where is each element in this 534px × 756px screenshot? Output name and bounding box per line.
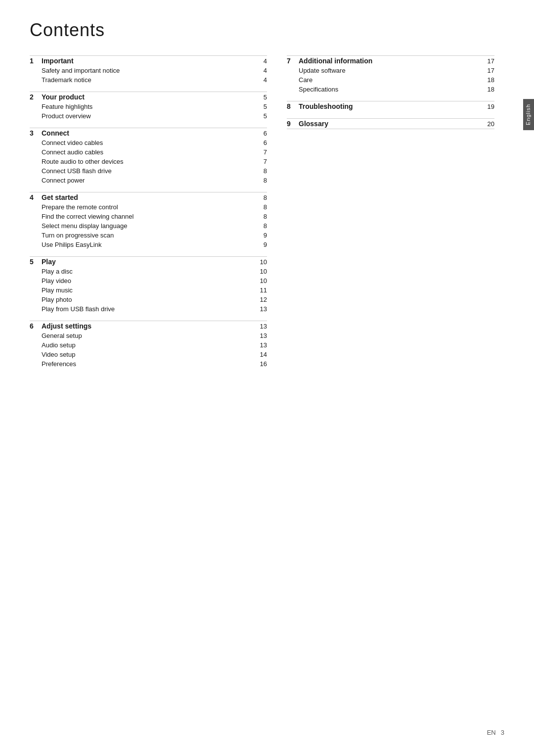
toc-row-7-3: Specifications 18 [287, 85, 494, 94]
toc-page-3-3: 7 [252, 158, 267, 165]
toc-sub-1-2: Trademark notice [42, 76, 252, 84]
toc-row-5-1: Play a disc 10 [30, 267, 267, 276]
toc-page-1-1: 4 [252, 67, 267, 74]
toc-row-6-2: Audio setup 13 [30, 340, 267, 350]
toc-row-2-1: Feature highlights 5 [30, 102, 267, 111]
toc-page-3-4: 8 [252, 167, 267, 175]
section-page-1: 4 [252, 57, 267, 65]
toc-section-9: 9 Glossary 20 [287, 119, 494, 129]
section-title-1: Important [42, 57, 252, 65]
toc-sub-5-4: Play photo [42, 296, 252, 303]
toc-sub-6-3: Video setup [42, 351, 252, 358]
toc-row-4-5: Use Philips EasyLink 9 [30, 240, 267, 249]
toc-row-5-3: Play music 11 [30, 285, 267, 295]
toc-sub-7-3: Specifications [299, 86, 480, 93]
section-number-8: 8 [287, 102, 299, 110]
toc-row-4-1: Prepare the remote control 8 [30, 202, 267, 212]
toc-row-3-2: Connect audio cables 7 [30, 147, 267, 157]
toc-sub-4-5: Use Philips EasyLink [42, 241, 252, 248]
toc-page-5-3: 11 [252, 286, 267, 294]
toc-section-2: 2 Your product 5 Feature highlights 5 Pr… [30, 92, 267, 121]
toc-sub-2-2: Product overview [42, 112, 252, 120]
toc-page-6-2: 13 [252, 341, 267, 349]
spacer-5 [30, 314, 267, 321]
toc-page-1-2: 4 [252, 76, 267, 84]
section-title-9: Glossary [299, 120, 480, 128]
toc-page-4-4: 9 [252, 232, 267, 239]
toc-page-7-3: 18 [480, 86, 494, 93]
toc-section-5: 5 Play 10 Play a disc 10 Play video 10 P… [30, 257, 267, 314]
toc-page-4-3: 8 [252, 222, 267, 230]
toc-sub-5-1: Play a disc [42, 268, 252, 275]
toc-row-4-3: Select menu display language 8 [30, 221, 267, 231]
toc-row-5-2: Play video 10 [30, 276, 267, 285]
footer-area: EN 3 [487, 729, 504, 736]
toc-page-5-2: 10 [252, 277, 267, 284]
toc-section-4: 4 Get started 8 Prepare the remote contr… [30, 192, 267, 249]
footer-lang: EN [487, 729, 496, 736]
toc-page-4-5: 9 [252, 241, 267, 248]
toc-sub-4-2: Find the correct viewing channel [42, 213, 252, 220]
right-column: 7 Additional information 17 Update softw… [287, 55, 494, 369]
toc-page-2-1: 5 [252, 103, 267, 110]
toc-page-6-3: 14 [252, 351, 267, 358]
toc-row-3-1: Connect video cables 6 [30, 138, 267, 147]
section-page-7: 17 [480, 57, 494, 65]
toc-section-6: 6 Adjust settings 13 General setup 13 Au… [30, 321, 267, 369]
content-area: 1 Important 4 Safety and important notic… [30, 55, 504, 369]
toc-row-7-title: 7 Additional information 17 [287, 56, 494, 66]
toc-row-5-5: Play from USB flash drive 13 [30, 304, 267, 314]
section-title-8: Troubleshooting [299, 102, 480, 110]
toc-row-8-title: 8 Troubleshooting 19 [287, 101, 494, 111]
toc-page-2-2: 5 [252, 112, 267, 120]
spacer-4 [30, 249, 267, 256]
section-title-2: Your product [42, 93, 252, 101]
section-page-6: 13 [252, 323, 267, 330]
toc-row-6-title: 6 Adjust settings 13 [30, 321, 267, 331]
toc-sub-4-3: Select menu display language [42, 222, 252, 230]
toc-row-2-2: Product overview 5 [30, 111, 267, 121]
toc-row-3-3: Route audio to other devices 7 [30, 157, 267, 166]
toc-sub-3-2: Connect audio cables [42, 148, 252, 156]
section-divider-end [287, 129, 494, 129]
toc-sub-4-1: Prepare the remote control [42, 203, 252, 211]
toc-sub-5-3: Play music [42, 286, 252, 294]
toc-row-1-title: 1 Important 4 [30, 56, 267, 66]
toc-row-3-title: 3 Connect 6 [30, 128, 267, 138]
toc-page-3-1: 6 [252, 139, 267, 146]
toc-section-3: 3 Connect 6 Connect video cables 6 Conne… [30, 128, 267, 185]
toc-sub-6-4: Preferences [42, 360, 252, 368]
toc-row-4-title: 4 Get started 8 [30, 192, 267, 202]
section-title-3: Connect [42, 129, 252, 137]
left-column: 1 Important 4 Safety and important notic… [30, 55, 267, 369]
section-title-5: Play [42, 258, 252, 266]
spacer-2 [30, 121, 267, 128]
toc-page-4-2: 8 [252, 213, 267, 220]
toc-row-7-1: Update software 17 [287, 66, 494, 75]
toc-page-6-1: 13 [252, 332, 267, 339]
toc-row-2-title: 2 Your product 5 [30, 92, 267, 102]
toc-sub-3-3: Route audio to other devices [42, 158, 252, 165]
toc-sub-6-1: General setup [42, 332, 252, 339]
toc-row-5-title: 5 Play 10 [30, 257, 267, 267]
toc-row-3-4: Connect USB flash drive 8 [30, 166, 267, 176]
toc-section-7: 7 Additional information 17 Update softw… [287, 56, 494, 94]
footer-page-number: 3 [501, 729, 504, 736]
toc-sub-3-5: Connect power [42, 177, 252, 184]
section-title-4: Get started [42, 193, 252, 201]
toc-page-5-1: 10 [252, 268, 267, 275]
toc-row-4-2: Find the correct viewing channel 8 [30, 212, 267, 221]
section-page-9: 20 [480, 120, 494, 128]
toc-section-8: 8 Troubleshooting 19 [287, 101, 494, 111]
section-page-5: 10 [252, 258, 267, 266]
toc-sub-3-1: Connect video cables [42, 139, 252, 146]
toc-page-6-4: 16 [252, 360, 267, 368]
section-number-9: 9 [287, 120, 299, 128]
toc-row-1-1: Safety and important notice 4 [30, 66, 267, 75]
section-page-2: 5 [252, 94, 267, 101]
toc-sub-6-2: Audio setup [42, 341, 252, 349]
toc-page-5-5: 13 [252, 305, 267, 313]
toc-row-9-title: 9 Glossary 20 [287, 119, 494, 129]
section-number-3: 3 [30, 129, 42, 137]
toc-page-7-1: 17 [480, 67, 494, 74]
